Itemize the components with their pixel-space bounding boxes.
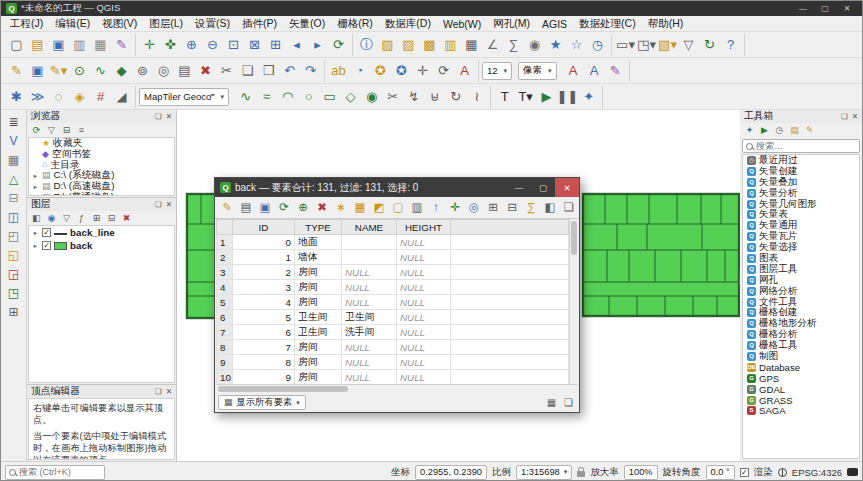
add-wms-layer-icon[interactable]: ◳ <box>4 284 24 302</box>
background-color-icon[interactable]: A <box>584 60 605 81</box>
save-edits-icon[interactable]: ▣ <box>27 60 48 81</box>
undock-panel-button[interactable]: ❏ <box>155 387 162 396</box>
cell-name[interactable]: NULL <box>342 280 397 295</box>
identify-features-icon[interactable]: ⓘ <box>356 34 377 55</box>
add-mssql-layer-icon[interactable]: ◱ <box>4 246 24 264</box>
dlg-new-field-icon[interactable]: ⊞ <box>484 199 502 217</box>
dlg-conditional-format-icon[interactable]: ◧ <box>541 199 559 217</box>
layer-visibility-checkbox[interactable] <box>42 228 51 237</box>
menu-raster[interactable]: 栅格(R) <box>331 16 379 32</box>
new-bookmark-icon[interactable]: ★ <box>545 34 566 55</box>
snapping-icon[interactable]: # <box>90 86 111 107</box>
cell-type[interactable]: 房间 <box>295 265 342 280</box>
add-circle-icon[interactable]: ○ <box>298 86 319 107</box>
layer-diagram-icon[interactable]: ◔ <box>349 60 370 81</box>
cell-type[interactable]: 卫生间 <box>295 325 342 340</box>
layer-filter-icon[interactable]: ▽ <box>678 34 699 55</box>
modify-attributes-icon[interactable]: ▤ <box>174 60 195 81</box>
zoom-to-layer-icon[interactable]: ⊞ <box>265 34 286 55</box>
dlg-add-feature-icon[interactable]: ⊕ <box>294 199 312 217</box>
cell-name[interactable]: NULL <box>342 340 397 355</box>
undock-panel-button[interactable]: ❏ <box>155 112 162 121</box>
add-mesh-layer-icon[interactable]: △ <box>4 170 24 188</box>
merge-features-icon[interactable]: ⊎ <box>424 86 445 107</box>
cell-row-number[interactable]: 8 <box>217 340 233 355</box>
table-row[interactable]: 4 3 房间 NULL NULL <box>217 280 569 295</box>
close-panel-button[interactable]: ✕ <box>852 112 858 121</box>
map-refresh-icon[interactable]: ⟳ <box>328 34 349 55</box>
tracing-icon[interactable]: ◢ <box>111 86 132 107</box>
refresh-extra-icon[interactable]: ↻ <box>699 34 720 55</box>
layout-manager-icon[interactable]: ▦ <box>90 34 111 55</box>
layer-styling-icon[interactable]: ◧ <box>30 212 43 224</box>
browser-filter-icon[interactable]: ▽ <box>45 124 58 136</box>
python-console-icon[interactable]: ≫ <box>27 86 48 107</box>
deselect-all-icon[interactable]: ▩ <box>419 34 440 55</box>
add-regular-polygon-icon[interactable]: ◇ <box>340 86 361 107</box>
cut-features-icon[interactable]: ✂ <box>216 60 237 81</box>
filter-legend-icon[interactable]: ▽ <box>60 212 73 224</box>
feature-filter-button[interactable]: ▦ 显示所有要素 ▾ <box>218 395 306 410</box>
browser-refresh-icon[interactable]: ⟳ <box>30 124 43 136</box>
cell-row-number[interactable]: 10 <box>217 370 233 385</box>
browser-item-favorites[interactable]: ★ 收藏夹 <box>29 138 174 149</box>
cell-type[interactable]: 房间 <box>295 295 342 310</box>
add-xyz-layer-icon[interactable]: ⊞ <box>4 303 24 321</box>
add-ellipse-icon[interactable]: ◉ <box>361 86 382 107</box>
dlg-zoom-to-icon[interactable]: ◎ <box>465 199 483 217</box>
copy-features-icon[interactable]: ❏ <box>237 60 258 81</box>
form-view-button[interactable]: ❏ <box>561 395 576 410</box>
layer-visibility-checkbox[interactable] <box>42 241 51 250</box>
project-open-icon[interactable]: ▤ <box>27 34 48 55</box>
dlg-save-edits-icon[interactable]: ▣ <box>256 199 274 217</box>
magnifier-field[interactable]: 100% <box>624 465 658 480</box>
reshape-features-icon[interactable]: ↯ <box>403 86 424 107</box>
paste-features-icon[interactable]: ❒ <box>258 60 279 81</box>
cell-id[interactable]: 8 <box>233 355 295 370</box>
messages-icon[interactable] <box>847 468 858 476</box>
tree-expand-caret[interactable]: ▸ <box>32 183 39 191</box>
select-features-icon[interactable]: ▧ <box>377 34 398 55</box>
crs-status[interactable]: EPSG:4326 <box>792 467 842 478</box>
vertex-tool-icon[interactable]: ⊚ <box>132 60 153 81</box>
menu-web[interactable]: Web(W) <box>437 17 487 31</box>
menu-settings[interactable]: 设置(S) <box>189 16 236 32</box>
project-save-icon[interactable]: ▣ <box>48 34 69 55</box>
menu-help[interactable]: 帮助(H) <box>642 16 690 32</box>
horizontal-scrollbar[interactable] <box>216 384 578 393</box>
cell-id[interactable]: 2 <box>233 265 295 280</box>
cell-height[interactable]: NULL <box>397 235 451 250</box>
table-row[interactable]: 7 6 卫生间 洗手间 NULL <box>217 325 569 340</box>
scrollbar-thumb[interactable] <box>571 221 577 255</box>
cell-id[interactable]: 5 <box>233 310 295 325</box>
rotate-label-icon[interactable]: ⟳ <box>433 60 454 81</box>
layer-item-back_line[interactable]: ▸ back_line <box>29 226 174 239</box>
menu-agis[interactable]: AGIS <box>536 17 573 31</box>
dlg-delete-field-icon[interactable]: ⊟ <box>503 199 521 217</box>
table-row[interactable]: 9 8 房间 NULL NULL <box>217 355 569 370</box>
zoom-last-icon[interactable]: ◂ <box>286 34 307 55</box>
add-polygon-icon[interactable]: ◆ <box>111 60 132 81</box>
row-number-header[interactable] <box>217 220 233 235</box>
cell-height[interactable]: NULL <box>397 295 451 310</box>
digitize-segment-icon[interactable]: ∿ <box>235 86 256 107</box>
undo-icon[interactable]: ↶ <box>279 60 300 81</box>
circular-string-icon[interactable]: ◠ <box>277 86 298 107</box>
dialog-close-button[interactable]: ✕ <box>555 178 579 197</box>
table-row[interactable]: 3 2 房间 NULL NULL <box>217 265 569 280</box>
cell-type[interactable]: 房间 <box>295 280 342 295</box>
redo-icon[interactable]: ↷ <box>300 60 321 81</box>
column-header-type[interactable]: TYPE <box>295 220 342 235</box>
cell-height[interactable]: NULL <box>397 325 451 340</box>
change-label-icon[interactable]: A <box>454 60 475 81</box>
selection-dropdown-icon[interactable]: ▧▾ <box>657 34 678 55</box>
simplify-feature-icon[interactable]: ≀ <box>466 86 487 107</box>
cell-row-number[interactable]: 9 <box>217 355 233 370</box>
rotate-feature-icon[interactable]: ↻ <box>445 86 466 107</box>
add-vector-layer-icon[interactable]: V <box>4 132 24 150</box>
toolbox-gps[interactable]: G GPS <box>743 373 859 384</box>
table-row[interactable]: 2 1 墙体 NULL <box>217 250 569 265</box>
move-label-icon[interactable]: ✛ <box>412 60 433 81</box>
zoom-to-selection-icon[interactable]: ⊠ <box>244 34 265 55</box>
cell-id[interactable]: 6 <box>233 325 295 340</box>
